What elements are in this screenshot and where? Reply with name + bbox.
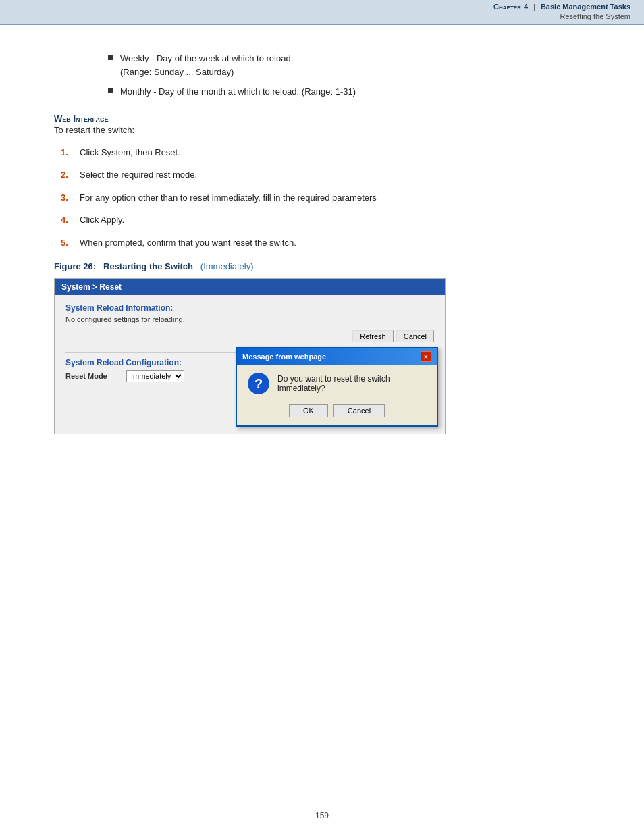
bullet-text: Weekly - Day of the week at which to rel… (120, 52, 293, 78)
chapter-label: Chapter (493, 3, 521, 11)
step-text: For any option other than to reset immed… (80, 191, 603, 205)
figure-label: Figure 26: (54, 261, 96, 271)
cancel-button[interactable]: Cancel (396, 330, 434, 342)
figure-paren: (Immediately) (200, 261, 254, 271)
figure-caption: Figure 26: Restarting the Switch (Immedi… (54, 261, 603, 271)
dialog-body: ? Do you want to reset the switch immedi… (237, 365, 437, 401)
step-number: 1. (61, 146, 80, 159)
main-content: Weekly - Day of the week at which to rel… (0, 25, 644, 475)
figure-spacer2 (196, 261, 198, 271)
page-subheading: Resetting the System (560, 12, 630, 20)
steps-list: 1. Click System, then Reset. 2. Select t… (61, 146, 603, 250)
reset-mode-label: Reset Mode (65, 372, 126, 380)
chapter-number: 4 (524, 3, 528, 11)
info-button-row: Refresh Cancel (65, 330, 434, 342)
list-item: Weekly - Day of the week at which to rel… (108, 52, 603, 78)
step-1: 1. Click System, then Reset. (61, 146, 603, 159)
ui-panel: System > Reset System Reload Information… (54, 278, 446, 434)
step-2: 2. Select the required rest mode. (61, 168, 603, 182)
dialog-titlebar: Message from webpage × (237, 348, 437, 365)
step-text: Click System, then Reset. (80, 146, 603, 159)
page-header: Chapter 4 | Basic Management Tasks Reset… (0, 0, 644, 25)
question-icon: ? (248, 373, 269, 394)
panel-titlebar: System > Reset (55, 279, 445, 295)
dialog-ok-button[interactable]: OK (289, 404, 328, 417)
bullet-icon (108, 88, 113, 93)
figure-title: Restarting the Switch (103, 261, 193, 271)
web-interface-subheading: To restart the switch: (54, 125, 603, 135)
step-number: 4. (61, 213, 80, 227)
figure-spacer (99, 261, 101, 271)
web-interface-heading: Web Interface (54, 113, 603, 124)
dialog-close-button[interactable]: × (421, 351, 431, 362)
step-number: 5. (61, 236, 80, 250)
page-number: – 159 – (308, 811, 336, 820)
dialog-title: Message from webpage (242, 353, 326, 361)
step-3: 3. For any option other than to reset im… (61, 191, 603, 205)
step-4: 4. Click Apply. (61, 213, 603, 227)
step-text: Click Apply. (80, 213, 603, 227)
list-item: Monthly - Day of the month at which to r… (108, 85, 603, 99)
step-text: When prompted, confirm that you want res… (80, 236, 603, 250)
reload-info-title: System Reload Information: (65, 303, 434, 313)
dialog-cancel-button[interactable]: Cancel (333, 404, 385, 417)
bullet-list: Weekly - Day of the week at which to rel… (108, 52, 603, 99)
bullet-icon (108, 55, 113, 60)
step-text: Select the required rest mode. (80, 168, 603, 182)
bullet-text: Monthly - Day of the month at which to r… (120, 85, 356, 99)
chapter-title: Basic Management Tasks (541, 3, 630, 11)
step-number: 3. (61, 191, 80, 205)
page-footer: – 159 – (0, 811, 644, 820)
step-5: 5. When prompted, confirm that you want … (61, 236, 603, 250)
header-separator: | (533, 3, 535, 11)
reload-info-text: No configured settings for reloading. (65, 315, 434, 323)
dialog-button-row: OK Cancel (237, 401, 437, 425)
reset-mode-select[interactable]: Immediately (126, 370, 184, 382)
message-dialog: Message from webpage × ? Do you want to … (236, 347, 438, 427)
refresh-button[interactable]: Refresh (352, 330, 394, 342)
step-number: 2. (61, 168, 80, 182)
dialog-message: Do you want to reset the switch immediat… (277, 374, 426, 393)
